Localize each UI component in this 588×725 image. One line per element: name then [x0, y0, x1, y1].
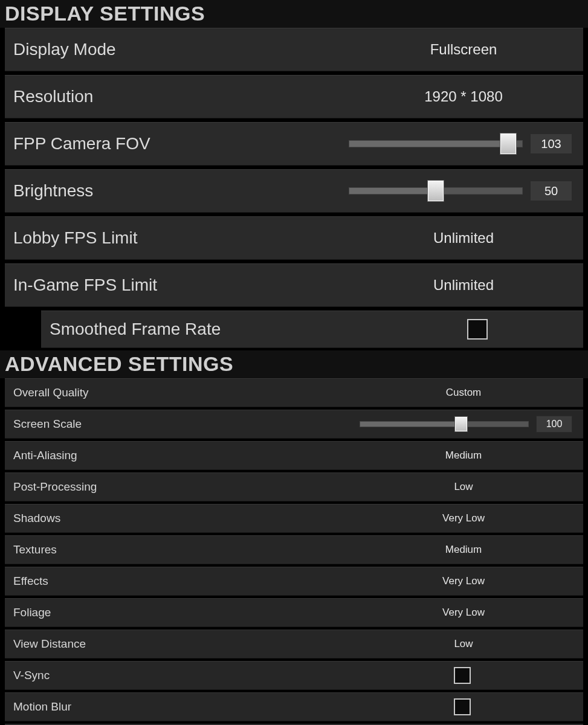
textures-row[interactable]: Textures Medium: [5, 535, 583, 564]
post-processing-value[interactable]: Low: [355, 481, 572, 493]
vsync-label: V-Sync: [13, 669, 50, 682]
effects-label: Effects: [13, 575, 48, 588]
screen-scale-value[interactable]: 100: [536, 416, 572, 433]
anti-aliasing-row[interactable]: Anti-Aliasing Medium: [5, 441, 583, 470]
shadows-label: Shadows: [13, 512, 60, 525]
ingame-fps-row[interactable]: In-Game FPS Limit Unlimited: [5, 263, 583, 307]
view-distance-label: View Distance: [13, 637, 86, 651]
fov-label: FPP Camera FOV: [13, 134, 150, 153]
brightness-slider-fill: [349, 188, 436, 194]
overall-quality-row[interactable]: Overall Quality Custom: [5, 378, 583, 407]
display-mode-row[interactable]: Display Mode Fullscreen: [5, 28, 583, 71]
screen-scale-row: Screen Scale 100: [5, 410, 583, 439]
fov-slider-handle[interactable]: [500, 133, 517, 155]
resolution-label: Resolution: [13, 87, 93, 106]
display-settings-header: DISPLAY SETTINGS: [0, 0, 588, 28]
smoothed-framerate-checkbox[interactable]: [467, 319, 488, 340]
brightness-slider-handle[interactable]: [427, 180, 444, 202]
brightness-label: Brightness: [13, 181, 93, 201]
display-mode-value[interactable]: Fullscreen: [355, 41, 572, 58]
screen-scale-slider[interactable]: [360, 421, 529, 427]
anti-aliasing-label: Anti-Aliasing: [13, 449, 77, 462]
ingame-fps-label: In-Game FPS Limit: [13, 276, 157, 295]
motion-blur-checkbox[interactable]: [454, 698, 471, 715]
fov-slider[interactable]: [349, 140, 523, 147]
view-distance-value[interactable]: Low: [355, 638, 572, 650]
fov-row: FPP Camera FOV 103: [5, 122, 583, 166]
anti-aliasing-value[interactable]: Medium: [355, 450, 572, 462]
effects-row[interactable]: Effects Very Low: [5, 567, 583, 596]
shadows-value[interactable]: Very Low: [355, 512, 572, 524]
smoothed-framerate-label: Smoothed Frame Rate: [50, 320, 221, 339]
motion-blur-row: Motion Blur: [5, 692, 583, 721]
textures-value[interactable]: Medium: [355, 544, 572, 556]
overall-quality-label: Overall Quality: [13, 386, 89, 399]
resolution-value[interactable]: 1920 * 1080: [355, 88, 572, 105]
foliage-label: Foliage: [13, 606, 51, 619]
lobby-fps-label: Lobby FPS Limit: [13, 228, 137, 248]
brightness-row: Brightness 50: [5, 169, 583, 213]
smoothed-framerate-row: Smoothed Frame Rate: [41, 311, 583, 348]
display-mode-label: Display Mode: [13, 40, 116, 59]
screen-scale-slider-fill: [360, 422, 461, 427]
fov-slider-fill: [349, 141, 508, 147]
view-distance-row[interactable]: View Distance Low: [5, 630, 583, 659]
ingame-fps-value[interactable]: Unlimited: [355, 277, 572, 294]
brightness-value[interactable]: 50: [530, 181, 572, 201]
vsync-checkbox[interactable]: [454, 667, 471, 684]
screen-scale-label: Screen Scale: [13, 417, 82, 431]
motion-blur-label: Motion Blur: [13, 700, 71, 714]
lobby-fps-row[interactable]: Lobby FPS Limit Unlimited: [5, 216, 583, 260]
lobby-fps-value[interactable]: Unlimited: [355, 230, 572, 246]
vsync-row: V-Sync: [5, 661, 583, 690]
foliage-value[interactable]: Very Low: [355, 607, 572, 619]
resolution-row[interactable]: Resolution 1920 * 1080: [5, 75, 583, 118]
foliage-row[interactable]: Foliage Very Low: [5, 598, 583, 627]
fov-value[interactable]: 103: [530, 134, 572, 154]
post-processing-row[interactable]: Post-Processing Low: [5, 472, 583, 501]
overall-quality-value[interactable]: Custom: [355, 387, 572, 399]
brightness-slider[interactable]: [349, 187, 523, 195]
shadows-row[interactable]: Shadows Very Low: [5, 504, 583, 533]
post-processing-label: Post-Processing: [13, 480, 97, 494]
screen-scale-slider-handle[interactable]: [454, 416, 468, 432]
advanced-settings-header: ADVANCED SETTINGS: [0, 350, 588, 378]
effects-value[interactable]: Very Low: [355, 575, 572, 587]
textures-label: Textures: [13, 543, 57, 556]
